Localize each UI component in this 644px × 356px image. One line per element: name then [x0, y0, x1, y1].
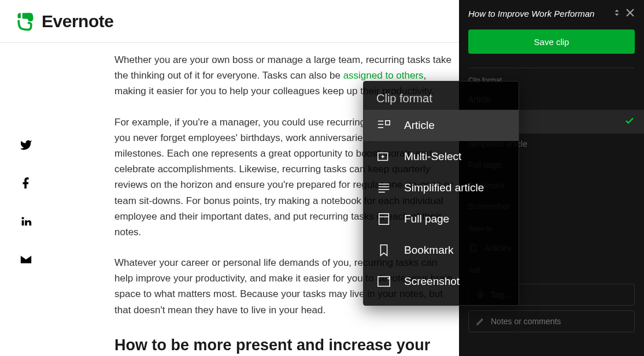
notes-placeholder: Notes or comments — [491, 317, 561, 326]
popover-option-simplified[interactable]: Simplified article — [364, 172, 519, 203]
popover-option-label: Article — [404, 119, 435, 132]
check-icon — [624, 116, 635, 128]
linkedin-icon[interactable] — [20, 215, 32, 230]
close-icon[interactable] — [626, 8, 635, 19]
article-heading: How to be more present and increase your… — [114, 333, 457, 356]
popover-option-screenshot[interactable]: Screenshot — [364, 266, 519, 297]
evernote-elephant-icon — [15, 11, 36, 32]
social-share-rail — [0, 52, 52, 356]
popover-option-label: Simplified article — [404, 181, 484, 194]
clipper-title: How to Improve Work Performan — [468, 9, 608, 18]
full-page-icon — [376, 212, 391, 227]
sort-icon[interactable] — [613, 9, 621, 18]
svg-rect-4 — [378, 277, 390, 287]
multi-select-icon — [376, 149, 391, 164]
popover-title: Clip format — [364, 81, 519, 110]
brand-name: Evernote — [42, 12, 113, 31]
popover-option-multi-select[interactable]: Multi-Select — [364, 141, 519, 172]
clip-format-popover: Clip format Article Multi-Select Simplif… — [363, 81, 519, 306]
popover-option-bookmark[interactable]: Bookmark — [364, 235, 519, 266]
brand-logo[interactable]: Evernote — [15, 11, 113, 32]
screenshot-icon — [376, 274, 391, 289]
pencil-icon — [476, 317, 485, 326]
notes-input[interactable]: Notes or comments — [468, 310, 635, 332]
popover-option-label: Bookmark — [404, 244, 454, 257]
popover-option-full-page[interactable]: Full page — [364, 203, 519, 235]
popover-option-article[interactable]: Article — [364, 110, 519, 141]
facebook-icon[interactable] — [20, 177, 32, 192]
assigned-to-others-link[interactable]: assigned to others — [343, 70, 424, 81]
twitter-icon[interactable] — [20, 139, 32, 154]
clipper-header: How to Improve Work Performan — [459, 0, 644, 29]
bookmark-icon — [376, 243, 391, 258]
email-icon[interactable] — [20, 253, 32, 268]
svg-rect-3 — [379, 214, 389, 225]
article-icon — [376, 118, 391, 133]
popover-option-label: Screenshot — [404, 275, 460, 288]
popover-option-label: Multi-Select — [404, 150, 461, 163]
simplified-icon — [376, 180, 391, 195]
popover-option-label: Full page — [404, 213, 449, 225]
save-clip-button[interactable]: Save clip — [468, 29, 635, 54]
